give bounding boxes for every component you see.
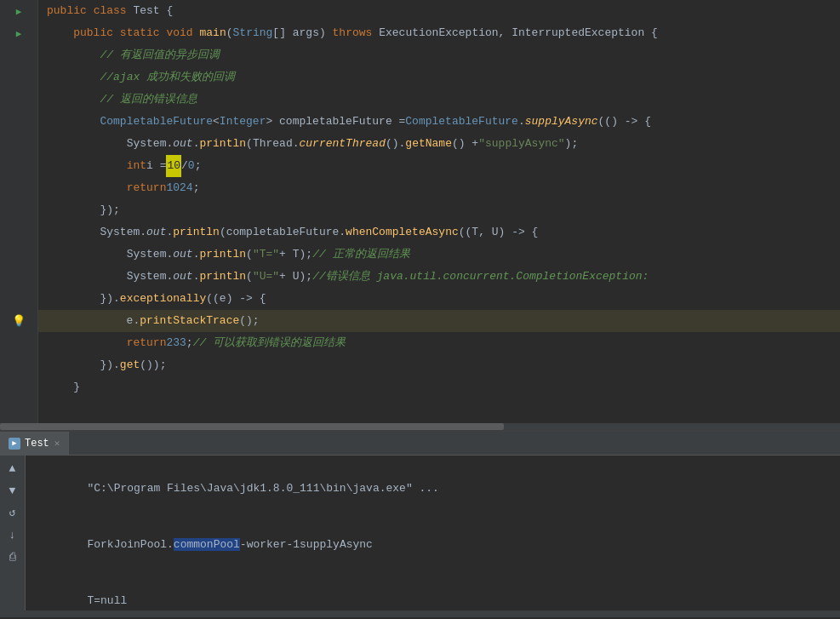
method-println-1: println <box>199 133 246 155</box>
rerun-button[interactable]: ↺ <box>3 503 22 522</box>
code-line-12: System.out.println("T=" + T); // 正常的返回结果 <box>38 244 840 266</box>
bottom-tabs: ▶ Test ✕ <box>0 432 840 456</box>
gutter-row-15: 💡 <box>0 310 37 332</box>
tab-test[interactable]: ▶ Test ✕ <box>0 432 69 456</box>
string-t-eq: "T=" <box>253 244 279 266</box>
code-content: public class Test { public static void m… <box>38 0 840 423</box>
method-whencompleteasync: whenCompleteAsync <box>346 221 459 244</box>
gutter-row-1: ▶ <box>0 0 37 22</box>
system-ref-4: System <box>127 266 167 288</box>
output-line-1: "C:\Program Files\Java\jdk1.8.0_111\bin\… <box>34 461 831 517</box>
string-u-eq: "U=" <box>253 266 279 288</box>
number-0: 0 <box>188 155 195 177</box>
run-icon[interactable]: ▶ <box>16 6 22 17</box>
gutter-row-11 <box>0 221 37 244</box>
code-line-5: // 返回的错误信息 <box>38 89 840 111</box>
output-t-null: T=null <box>87 594 127 607</box>
code-line-17: }).get()); <box>38 354 840 376</box>
gutter-row-12 <box>0 244 37 266</box>
method-getname: getName <box>405 133 452 155</box>
code-line-8: int i = 10/0; <box>38 155 840 177</box>
gutter-row-17 <box>0 354 37 376</box>
tab-label-test: Test <box>25 438 49 450</box>
code-line-7: System.out.println(Thread.currentThread(… <box>38 133 840 155</box>
keyword-return-2: return <box>127 332 167 354</box>
code-line-2: public static void main(String[] args) t… <box>38 22 840 44</box>
bottom-toolbar: ▲ ▼ ↺ ↓ ⎙ <box>0 456 26 610</box>
keyword-static: static <box>120 22 160 44</box>
keyword-public-2: public <box>73 22 113 44</box>
run-icon-2[interactable]: ▶ <box>16 28 22 39</box>
method-supplyasync: supplyAsync <box>525 111 598 133</box>
method-currentthread: currentThread <box>300 133 386 155</box>
code-line-13: System.out.println("U=" + U); //错误信息 jav… <box>38 266 840 288</box>
warning-bulb-icon[interactable]: 💡 <box>12 314 26 328</box>
tab-icon-test: ▶ <box>9 438 20 450</box>
output-forkjoin-prefix: ForkJoinPool. <box>87 538 173 551</box>
gutter-row-3 <box>0 44 37 66</box>
gutter-row-10 <box>0 199 37 221</box>
comment-get-error-result: // 可以获取到错误的返回结果 <box>193 332 346 354</box>
bottom-output: "C:\Program Files\Java\jdk1.8.0_111\bin\… <box>26 456 840 610</box>
bottom-scrollbar[interactable] <box>0 610 840 617</box>
keyword-throws: throws <box>333 22 373 44</box>
comment-ajax: //ajax 成功和失败的回调 <box>100 66 235 89</box>
method-println-4: println <box>199 266 246 288</box>
out-ref-2: out <box>146 221 166 244</box>
system-ref-2: System <box>100 221 140 244</box>
gutter-row-2: ▶ <box>0 22 37 44</box>
method-println-3: println <box>199 244 246 266</box>
keyword-class: class <box>94 0 127 22</box>
keyword-void: void <box>166 22 192 44</box>
output-forkjoin-suffix: -worker-1supplyAsync <box>240 538 373 551</box>
highlighted-10: 10 <box>166 155 181 177</box>
editor-scrollbar[interactable] <box>0 423 840 430</box>
string-supplyasync: "supplyAsync" <box>478 133 564 155</box>
class-name-test: Test <box>133 0 159 22</box>
tab-close-test[interactable]: ✕ <box>54 438 60 449</box>
scroll-down-button[interactable]: ▼ <box>3 481 22 500</box>
gutter-row-9 <box>0 177 37 199</box>
code-line-11: System.out.println(completableFuture.whe… <box>38 221 840 244</box>
gutter-row-18 <box>0 376 37 398</box>
method-get: get <box>120 354 140 376</box>
type-integer: Integer <box>220 111 266 133</box>
keyword-return-1: return <box>127 177 167 199</box>
comment-normal-result: // 正常的返回结果 <box>312 244 409 266</box>
code-line-10: }); <box>38 199 840 221</box>
output-commonpool-highlight: commonPool <box>174 538 240 551</box>
out-ref: out <box>173 133 192 155</box>
code-line-18: } <box>38 376 840 398</box>
type-completablefuture-2: CompletableFuture <box>405 111 518 133</box>
gutter-row-13 <box>0 266 37 288</box>
editor-scrollbar-thumb[interactable] <box>0 423 504 430</box>
gutter-row-14 <box>0 288 37 310</box>
output-line-2: ForkJoinPool.commonPool-worker-1supplyAs… <box>34 517 831 573</box>
keyword-public: public <box>47 0 87 22</box>
number-233: 233 <box>166 332 186 354</box>
editor-gutter: ▶ ▶ 💡 <box>0 0 38 423</box>
comment-async: // 有返回值的异步回调 <box>100 44 219 66</box>
bottom-content-wrapper: ▲ ▼ ↺ ↓ ⎙ "C:\Program Files\Java\jdk1.8.… <box>0 456 840 610</box>
number-1024: 1024 <box>166 177 192 199</box>
output-path-text: "C:\Program Files\Java\jdk1.8.0_111\bin\… <box>87 482 438 495</box>
print-button[interactable]: ⎙ <box>3 547 22 566</box>
comment-return-error: // 返回的错误信息 <box>100 89 197 111</box>
gutter-row-16 <box>0 332 37 354</box>
code-line-15: e.printStackTrace(); <box>38 310 840 332</box>
keyword-int: int <box>127 155 146 177</box>
gutter-row-8 <box>0 155 37 177</box>
out-ref-3: out <box>173 244 192 266</box>
code-line-16: return 233; // 可以获取到错误的返回结果 <box>38 332 840 354</box>
system-ref: System <box>127 133 167 155</box>
gutter-row-7 <box>0 133 37 155</box>
gutter-row-5 <box>0 89 37 111</box>
system-ref-3: System <box>127 244 167 266</box>
scroll-up-button[interactable]: ▲ <box>3 459 22 478</box>
method-println-2: println <box>173 221 220 244</box>
method-exceptionally: exceptionally <box>120 288 206 310</box>
comment-error-info: //错误信息 java.util.concurrent.CompletionEx… <box>312 266 649 288</box>
scroll-end-button[interactable]: ↓ <box>3 525 22 544</box>
type-string: String <box>233 22 273 44</box>
code-line-14: }).exceptionally((e) -> { <box>38 288 840 310</box>
